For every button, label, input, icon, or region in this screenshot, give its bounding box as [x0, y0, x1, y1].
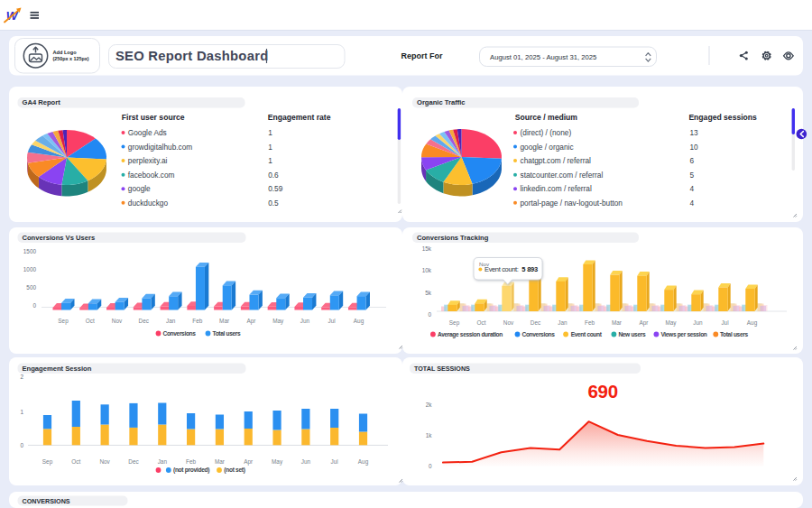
svg-text:Conversions Tracking: Conversions Tracking [417, 234, 489, 242]
svg-text:13: 13 [690, 128, 699, 137]
svg-text:Sep: Sep [449, 319, 460, 327]
svg-text:Nov: Nov [112, 318, 123, 324]
svg-text:Aug: Aug [354, 318, 364, 325]
svg-text:1500: 1500 [23, 248, 37, 254]
svg-text:statcounter.com / referral: statcounter.com / referral [521, 171, 604, 180]
svg-text:5k: 5k [425, 290, 432, 296]
svg-text:10: 10 [690, 143, 699, 152]
svg-text:0: 0 [20, 442, 23, 448]
svg-text:Report For: Report For [401, 51, 443, 60]
svg-text:Total users: Total users [720, 331, 749, 337]
svg-text:4: 4 [690, 184, 695, 193]
svg-text:Jun: Jun [693, 319, 703, 326]
svg-text:0.59: 0.59 [268, 184, 283, 193]
svg-text:duckduckgo: duckduckgo [128, 199, 169, 208]
svg-text:Event count:: Event count: [484, 265, 519, 273]
svg-text:Sep: Sep [42, 458, 53, 466]
svg-text:Jul: Jul [328, 318, 336, 324]
svg-text:May: May [272, 318, 284, 325]
svg-text:0: 0 [429, 463, 432, 469]
svg-text:Oct: Oct [86, 318, 95, 324]
svg-text:First user source: First user source [122, 113, 185, 122]
svg-text:Mar: Mar [215, 458, 226, 465]
svg-text:Feb: Feb [585, 319, 595, 326]
svg-text:Sep: Sep [58, 318, 69, 325]
svg-text:Jan: Jan [166, 318, 176, 324]
svg-text:Jun: Jun [300, 318, 310, 324]
svg-text:2k: 2k [426, 402, 433, 408]
svg-text:(not set): (not set) [224, 466, 245, 474]
svg-text:perplexity.ai: perplexity.ai [128, 156, 168, 165]
svg-text:Engaged sessions: Engaged sessions [688, 113, 757, 122]
svg-text:Event count: Event count [571, 331, 603, 337]
svg-text:google / organic: google / organic [521, 143, 574, 152]
svg-text:Jan: Jan [558, 319, 567, 326]
svg-text:Apr: Apr [244, 458, 254, 466]
svg-text:Dec: Dec [139, 318, 150, 324]
svg-text:Apr: Apr [640, 319, 650, 327]
svg-text:chatgpt.com / referral: chatgpt.com / referral [521, 156, 592, 165]
svg-text:Aug: Aug [747, 319, 758, 327]
svg-text:facebook.com: facebook.com [128, 171, 175, 180]
svg-text:1: 1 [268, 143, 272, 152]
svg-text:Nov: Nov [503, 319, 514, 326]
svg-text:Engagement Session: Engagement Session [23, 365, 92, 373]
svg-text:1k: 1k [426, 432, 433, 439]
svg-text:Average session duration: Average session duration [438, 331, 503, 338]
svg-text:Organic Traffic: Organic Traffic [417, 98, 466, 106]
svg-text:Mar: Mar [612, 319, 623, 326]
svg-text:500: 500 [26, 284, 36, 291]
svg-text:1: 1 [268, 156, 272, 165]
svg-text:1000: 1000 [23, 266, 37, 272]
svg-text:0: 0 [428, 311, 431, 318]
svg-text:1: 1 [20, 409, 23, 415]
svg-text:Conversions: Conversions [522, 331, 556, 337]
svg-text:Apr: Apr [246, 318, 256, 325]
svg-text:Conversions: Conversions [163, 330, 197, 337]
svg-text:5: 5 [690, 171, 695, 180]
svg-text:May: May [665, 319, 677, 327]
svg-text:(250px x 125px): (250px x 125px) [53, 56, 89, 61]
svg-text:Dec: Dec [531, 319, 541, 326]
svg-text:15k: 15k [422, 245, 432, 252]
svg-text:SEO Report Dashboard: SEO Report Dashboard [115, 49, 268, 63]
svg-text:Jun: Jun [301, 458, 311, 465]
svg-text:Aug: Aug [358, 458, 369, 466]
svg-text:Source / medium: Source / medium [515, 113, 578, 122]
svg-text:Mar: Mar [219, 318, 230, 324]
svg-text:1: 1 [268, 128, 272, 137]
svg-text:690: 690 [588, 381, 618, 402]
svg-text:Views per session: Views per session [660, 331, 706, 338]
svg-text:Oct: Oct [71, 458, 80, 465]
svg-text:portal-page / nav-logout-butto: portal-page / nav-logout-button [521, 199, 623, 208]
svg-text:Engagement rate: Engagement rate [268, 113, 331, 122]
svg-text:TOTAL SESSIONS: TOTAL SESSIONS [414, 365, 470, 373]
svg-text:Jul: Jul [331, 458, 338, 465]
svg-text:Nov: Nov [99, 458, 110, 465]
svg-text:6: 6 [690, 156, 695, 165]
svg-text:Conversions Vs Users: Conversions Vs Users [23, 234, 96, 242]
svg-text:New users: New users [618, 331, 646, 337]
svg-text:4: 4 [690, 199, 695, 208]
svg-text:(not provided): (not provided) [173, 466, 209, 474]
svg-text:0: 0 [32, 302, 36, 309]
svg-text:August 01, 2025 - August 31, 2: August 01, 2025 - August 31, 2025 [490, 53, 596, 61]
svg-text:CONVERSIONS: CONVERSIONS [23, 497, 70, 505]
svg-text:Oct: Oct [477, 319, 486, 326]
svg-text:google: google [128, 184, 151, 193]
svg-text:10k: 10k [422, 267, 432, 273]
svg-text:GA4 Report: GA4 Report [23, 98, 61, 106]
svg-text:Feb: Feb [192, 318, 202, 324]
svg-text:Jan: Jan [158, 458, 168, 465]
svg-text:growdigitalhub.com: growdigitalhub.com [128, 143, 193, 152]
svg-text:Jul: Jul [721, 319, 728, 326]
svg-text:2: 2 [20, 374, 23, 380]
svg-text:May: May [272, 458, 283, 466]
svg-text:5 893: 5 893 [521, 265, 538, 273]
svg-text:0.6: 0.6 [268, 171, 279, 180]
svg-text:Dec: Dec [128, 458, 139, 465]
svg-text:Google Ads: Google Ads [128, 128, 167, 137]
svg-text:(direct) / (none): (direct) / (none) [521, 128, 572, 137]
svg-text:Total users: Total users [213, 330, 242, 337]
svg-text:Feb: Feb [186, 458, 196, 465]
